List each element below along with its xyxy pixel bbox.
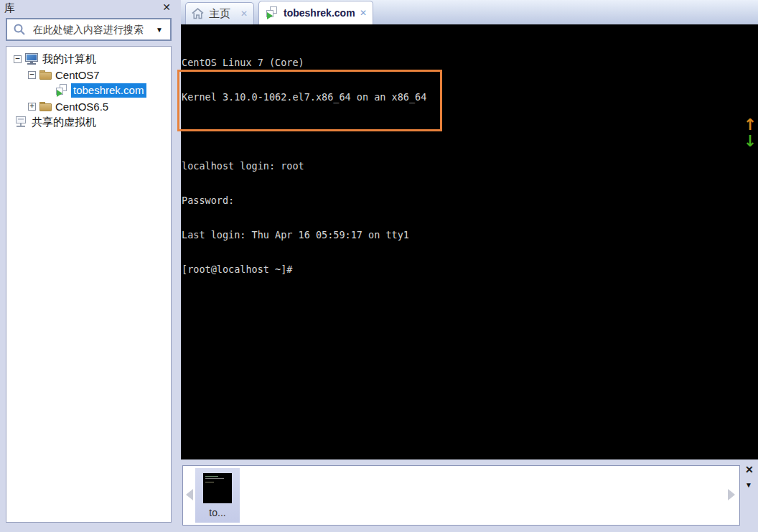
tree-item-centos7[interactable]: − CentOS7 <box>6 67 171 83</box>
vm-thumbnail-tobeshrek[interactable]: to... <box>195 468 240 523</box>
folder-icon <box>39 101 52 112</box>
vm-thumbnail-bar: to... <box>182 465 740 526</box>
collapse-icon[interactable]: − <box>14 55 22 63</box>
thumbnail-bar-close-icon[interactable]: ✕ <box>745 464 754 475</box>
library-sidebar: 库 ✕ ▼ − 我的计算机 − CentOS7 <box>0 0 181 532</box>
home-icon <box>192 8 204 19</box>
console-line <box>182 126 426 137</box>
tree-item-tobeshrek[interactable]: tobeshrek.com <box>6 83 171 98</box>
console-line: CentOS Linux 7 (Core) <box>182 57 426 68</box>
library-close-icon[interactable]: ✕ <box>162 1 171 14</box>
tree-item-label[interactable]: 共享的虚拟机 <box>32 116 96 129</box>
tree-item-label[interactable]: 我的计算机 <box>42 52 96 66</box>
vm-library-tree: − 我的计算机 − CentOS7 tobeshrek.com + CentOS… <box>6 46 172 523</box>
expand-icon[interactable]: + <box>28 103 36 111</box>
vmware-workstation-window: 库 ✕ ▼ − 我的计算机 − CentOS7 <box>0 0 758 532</box>
tree-item-label-selected[interactable]: tobeshrek.com <box>71 83 146 98</box>
vm-icon <box>265 6 279 19</box>
search-input[interactable] <box>33 24 156 35</box>
vm-thumbnail-label: to... <box>209 507 225 518</box>
tree-item-my-computer[interactable]: − 我的计算机 <box>6 51 171 67</box>
console-line: localhost login: root <box>182 160 426 172</box>
tree-item-label[interactable]: CentOS7 <box>55 69 100 81</box>
computer-icon <box>24 52 39 65</box>
console-line: [root@localhost ~]# <box>182 263 426 275</box>
tab-bar: 主页 ✕ tobeshrek.com ✕ <box>181 0 758 24</box>
collapse-icon[interactable]: − <box>28 71 36 79</box>
search-icon <box>13 23 26 36</box>
tree-item-centos65[interactable]: + CentOS6.5 <box>6 98 171 114</box>
library-search-box[interactable]: ▼ <box>6 18 172 41</box>
up-arrow-annotation-icon: ↑ <box>742 116 758 134</box>
tab-tobeshrek[interactable]: tobeshrek.com ✕ <box>258 1 373 24</box>
tree-item-shared-vms[interactable]: 共享的虚拟机 <box>6 114 171 130</box>
console-output: CentOS Linux 7 (Core) Kernel 3.10.0-1062… <box>182 34 426 298</box>
tab-home[interactable]: 主页 ✕ <box>185 2 254 24</box>
tab-home-label[interactable]: 主页 <box>209 7 230 21</box>
vm-console-screen[interactable]: CentOS Linux 7 (Core) Kernel 3.10.0-1062… <box>181 24 758 459</box>
search-dropdown-icon[interactable]: ▼ <box>156 26 163 34</box>
tab-tobeshrek-close-icon[interactable]: ✕ <box>360 8 367 18</box>
console-line: Kernel 3.10.0-1062.el7.x86_64 on an x86_… <box>182 91 426 103</box>
thumbnail-bar-dropdown-icon[interactable]: ▼ <box>745 481 752 489</box>
console-line: Last login: Thu Apr 16 05:59:17 on tty1 <box>182 229 426 241</box>
down-arrow-annotation-icon: ↓ <box>742 132 758 150</box>
shared-vm-icon <box>14 116 29 129</box>
scroll-right-icon[interactable] <box>728 489 735 500</box>
vm-thumbnail-preview <box>203 473 232 503</box>
folder-icon <box>39 70 52 80</box>
tab-home-close-icon[interactable]: ✕ <box>240 9 248 19</box>
library-header: 库 ✕ <box>0 0 181 17</box>
tree-item-label[interactable]: CentOS6.5 <box>55 101 108 113</box>
tab-tobeshrek-label[interactable]: tobeshrek.com <box>284 7 355 19</box>
library-title: 库 <box>4 1 15 15</box>
scroll-left-icon[interactable] <box>186 489 193 500</box>
console-line: Password: <box>182 195 426 206</box>
vm-icon <box>55 84 68 97</box>
